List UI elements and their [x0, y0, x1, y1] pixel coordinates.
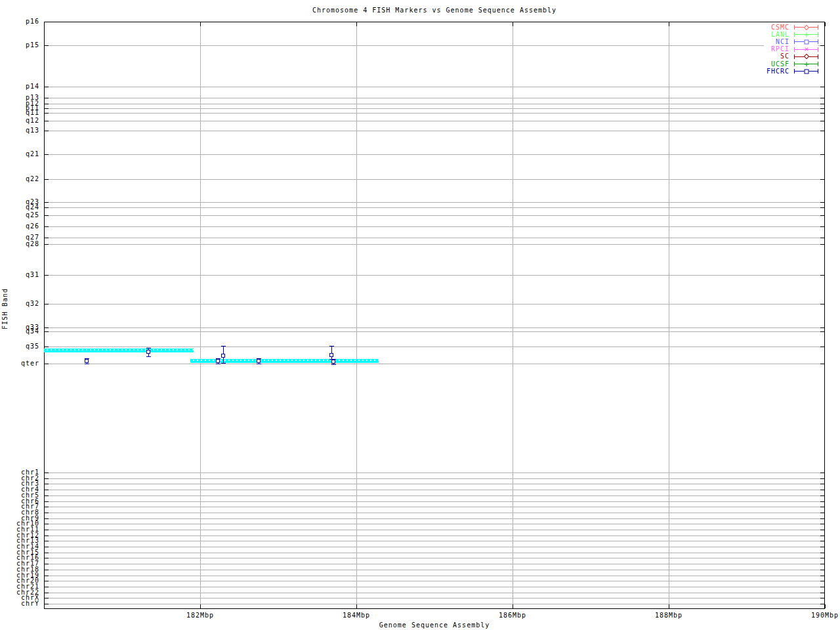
y-tick-label: q34 [0, 328, 39, 335]
y-tick-right [820, 104, 824, 104]
y-tick-left [45, 121, 49, 121]
y-tick-label: q32 [0, 301, 39, 307]
plus-marker-icon [804, 32, 808, 37]
square-marker-icon [804, 69, 808, 74]
y-tick-left [45, 472, 49, 473]
y-tick-right [820, 558, 824, 558]
legend: CSMCLANLNCIRPCISCUCSFFHCRC [764, 24, 818, 75]
error-bar-cap-bottom [331, 364, 336, 365]
legend-sample-cap-left [794, 62, 795, 66]
y-tick-left [45, 179, 49, 180]
error-bar [331, 346, 332, 359]
legend-label: UCSF [771, 61, 789, 68]
legend-label: RPCI [771, 46, 789, 52]
y-tick-label: chrY [0, 600, 39, 607]
y-tick-left [45, 558, 49, 558]
y-tick-left [45, 513, 49, 513]
y-tick-right [820, 530, 824, 530]
y-tick-left [45, 327, 49, 328]
y-tick-left [45, 507, 49, 507]
y-tick-label: q11 [0, 110, 39, 116]
y-tick-right [820, 541, 824, 541]
legend-sample [794, 32, 818, 37]
chart-title: Chromosome 4 FISH Markers vs Genome Sequ… [44, 7, 825, 14]
y-tick-left [45, 22, 49, 22]
legend-sample-cap-left [794, 32, 795, 37]
x-tick-top [825, 22, 826, 26]
legend-label: CSMC [771, 24, 789, 31]
y-tick-left [45, 226, 49, 227]
y-tick-right [820, 121, 824, 121]
legend-sample-cap-right [818, 69, 818, 74]
y-tick-label: q25 [0, 212, 39, 219]
legend-sample [794, 61, 818, 67]
y-tick-label: q12 [0, 117, 39, 124]
x-axis-title: Genome Sequence Assembly [44, 621, 825, 629]
y-axis-title: FISH Band [1, 266, 9, 352]
y-tick-left [45, 581, 49, 581]
y-tick-label: q21 [0, 151, 39, 158]
y-tick-left [45, 604, 49, 604]
highlight-bar [44, 348, 194, 352]
y-tick-right [820, 501, 824, 502]
chart-canvas: Chromosome 4 FISH Markers vs Genome Sequ… [0, 0, 840, 630]
legend-row: UCSF [766, 60, 818, 68]
data-point [146, 350, 150, 354]
legend-sample [794, 47, 818, 52]
legend-sample-cap-right [818, 47, 818, 52]
y-tick-label: q24 [0, 204, 39, 211]
y-tick-left [45, 131, 49, 131]
y-tick-left [45, 244, 49, 245]
y-tick-label: q26 [0, 223, 39, 230]
y-tick-left [45, 495, 49, 496]
diamond-marker-icon [803, 54, 808, 59]
y-tick-right [820, 478, 824, 479]
y-tick-left [45, 593, 49, 593]
y-tick-right [820, 564, 824, 564]
x-tick-bottom [513, 604, 513, 608]
legend-sample-cap-right [818, 25, 818, 30]
y-tick-right [820, 513, 824, 513]
error-bar-cap-bottom [85, 364, 89, 364]
y-tick-label: qter [0, 360, 39, 367]
data-point [257, 359, 261, 363]
y-tick-right [820, 202, 824, 203]
data-point [331, 360, 335, 364]
y-tick-right [820, 87, 824, 87]
y-tick-left [45, 104, 49, 104]
y-tick-right [820, 495, 824, 496]
y-tick-right [820, 581, 824, 581]
legend-sample-cap-right [818, 32, 818, 37]
x-tick-label: 190Mbp [799, 612, 840, 619]
y-tick-left [45, 564, 49, 564]
y-tick-right [820, 524, 824, 524]
y-tick-right [820, 304, 824, 304]
y-tick-left [45, 215, 49, 216]
error-bar-cap-bottom [216, 364, 220, 364]
legend-sample-cap-left [794, 39, 795, 44]
y-tick-left [45, 87, 49, 87]
y-tick-right [820, 593, 824, 593]
legend-sample [794, 54, 818, 60]
y-tick-right [820, 45, 824, 46]
y-tick-right [820, 275, 824, 276]
y-tick-label: q13 [0, 127, 39, 134]
legend-label: LANL [771, 32, 789, 38]
y-tick-left [45, 108, 49, 109]
legend-row: CSMC [766, 24, 818, 31]
y-tick-left [45, 98, 49, 98]
y-tick-right [820, 331, 824, 332]
y-tick-left [45, 530, 49, 530]
y-tick-right [820, 518, 824, 519]
legend-sample [794, 39, 818, 45]
y-tick-label: p16 [0, 18, 39, 25]
y-tick-right [820, 536, 824, 536]
legend-sample-cap-right [818, 62, 818, 66]
x-marker-icon [803, 46, 810, 52]
data-point [221, 354, 225, 358]
y-tick-left [45, 490, 49, 490]
y-tick-right [820, 154, 824, 155]
x-tick-top [513, 22, 513, 26]
y-tick-left [45, 331, 49, 332]
y-tick-right [820, 131, 824, 131]
